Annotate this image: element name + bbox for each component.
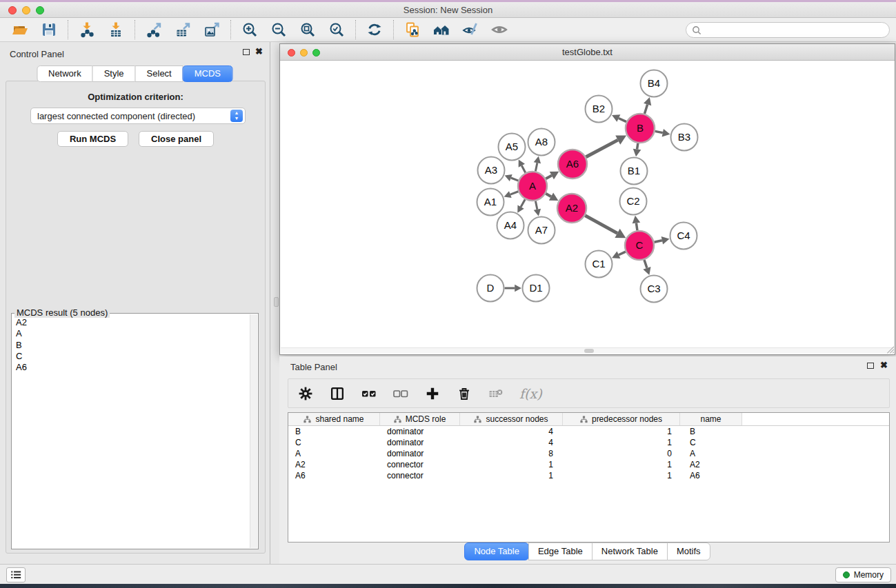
open-session-button[interactable]: [6, 18, 34, 41]
table-cell[interactable]: A2: [288, 459, 380, 470]
zoom-fit-button[interactable]: [293, 18, 322, 41]
table-cell[interactable]: 4: [460, 437, 563, 448]
graph-node-C1[interactable]: C1: [586, 251, 613, 278]
home-cybrowser-button[interactable]: [427, 18, 456, 41]
table-row[interactable]: A2connector11A2: [288, 459, 889, 470]
graph-node-C[interactable]: C: [625, 231, 654, 260]
unselect-all-button[interactable]: [392, 385, 409, 402]
memory-button[interactable]: Memory: [835, 567, 891, 582]
result-item[interactable]: A2: [13, 317, 249, 328]
graph-edge-B-B3[interactable]: [655, 131, 663, 132]
float-table-panel-icon[interactable]: [867, 363, 874, 369]
table-cell[interactable]: 1: [563, 437, 680, 448]
result-item[interactable]: A6: [13, 362, 249, 373]
graph-edge-A-A3[interactable]: [511, 178, 519, 181]
graph-node-B2[interactable]: B2: [586, 96, 613, 123]
zoom-selected-button[interactable]: [322, 18, 351, 41]
graph-edge-A-A1[interactable]: [510, 192, 519, 194]
graph-edge-B-B2[interactable]: [619, 118, 626, 121]
table-cell[interactable]: 1: [563, 426, 680, 437]
network-horizontal-scrollbar[interactable]: [281, 347, 894, 354]
graph-edge-A-A5[interactable]: [521, 165, 525, 172]
graph-edge-C-C2[interactable]: [636, 223, 637, 231]
delete-column-button[interactable]: [456, 385, 472, 402]
table-cell[interactable]: A6: [288, 470, 380, 481]
network-canvas[interactable]: B4B2BB3A8A5A6A3B1AA1C2A2A4A7C4CC1C3DD1: [280, 61, 895, 354]
graph-edge-A-A4[interactable]: [521, 199, 525, 207]
graph-node-A7[interactable]: A7: [528, 217, 555, 244]
search-field[interactable]: [686, 22, 890, 38]
window-resize-grip[interactable]: [884, 344, 894, 354]
table-cell[interactable]: connector: [380, 459, 460, 470]
table-cell[interactable]: A6: [680, 470, 742, 481]
graph-node-B1[interactable]: B1: [621, 158, 648, 185]
table-cell[interactable]: 1: [563, 470, 680, 481]
result-scrollbar[interactable]: [250, 314, 257, 548]
network-vertical-scrollbar-thumb[interactable]: [274, 297, 279, 307]
optimization-criterion-select[interactable]: largest connected component (directed) ▲…: [30, 108, 246, 124]
tab-mcds[interactable]: MCDS: [183, 65, 232, 82]
graph-edge-B-B1[interactable]: [637, 143, 638, 150]
close-table-panel-icon[interactable]: ✖: [880, 362, 888, 369]
search-input[interactable]: [706, 24, 889, 37]
tab-network-table[interactable]: Network Table: [592, 543, 668, 560]
export-image-button[interactable]: [197, 18, 226, 41]
close-panel-icon[interactable]: ✖: [255, 48, 263, 55]
close-panel-button[interactable]: Close panel: [139, 131, 214, 147]
zoom-out-button[interactable]: [264, 18, 293, 41]
task-history-button[interactable]: [6, 567, 26, 582]
show-columns-button[interactable]: [329, 385, 346, 402]
table-row[interactable]: Adominator80A: [288, 448, 889, 459]
graph-node-C2[interactable]: C2: [620, 188, 647, 215]
tab-select[interactable]: Select: [135, 65, 183, 82]
graph-node-A3[interactable]: A3: [478, 157, 505, 184]
export-table-button[interactable]: [168, 18, 197, 41]
table-cell[interactable]: B: [680, 426, 742, 437]
graph-edge-A-A6[interactable]: [546, 176, 552, 179]
table-cell[interactable]: 1: [460, 459, 563, 470]
apply-layout-button[interactable]: [360, 18, 389, 41]
table-cell[interactable]: C: [288, 437, 380, 448]
graph-edge-A6-B[interactable]: [586, 140, 617, 157]
graph-edge-C-C3[interactable]: [644, 260, 647, 268]
table-settings-button[interactable]: [297, 385, 314, 402]
select-all-button[interactable]: [361, 385, 377, 402]
tab-network[interactable]: Network: [37, 65, 93, 82]
graph-node-B3[interactable]: B3: [671, 124, 698, 151]
table-cell[interactable]: B: [288, 426, 380, 437]
result-item[interactable]: C: [13, 351, 249, 362]
graph-node-D1[interactable]: D1: [523, 275, 550, 302]
column-header-shared-name[interactable]: shared name: [288, 413, 380, 425]
table-cell[interactable]: A2: [680, 459, 742, 470]
network-window-titlebar[interactable]: testGlobe.txt: [280, 44, 895, 61]
graph-node-C4[interactable]: C4: [670, 223, 697, 250]
zoom-in-button[interactable]: [235, 18, 264, 41]
graph-node-A6[interactable]: A6: [558, 150, 587, 179]
graph-edge-C-C4[interactable]: [654, 241, 661, 242]
import-table-button[interactable]: [101, 18, 130, 41]
table-cell[interactable]: 4: [460, 426, 563, 437]
table-cell[interactable]: 1: [563, 459, 680, 470]
mcds-result-list[interactable]: A2ABCA6: [13, 317, 249, 547]
graph-edge-A2-C[interactable]: [585, 216, 617, 234]
tab-motifs[interactable]: Motifs: [667, 543, 710, 560]
result-item[interactable]: A: [13, 328, 249, 339]
tab-style[interactable]: Style: [92, 65, 136, 82]
import-network-button[interactable]: [72, 18, 101, 41]
graph-node-A4[interactable]: A4: [497, 212, 524, 239]
table-row[interactable]: A6connector11A6: [288, 470, 889, 481]
tab-edge-table[interactable]: Edge Table: [528, 543, 593, 560]
network-horizontal-scrollbar-thumb[interactable]: [584, 349, 594, 353]
column-header-successor-nodes[interactable]: successor nodes: [460, 413, 563, 425]
column-header-name[interactable]: name: [680, 413, 742, 425]
table-cell[interactable]: 8: [460, 448, 563, 459]
graph-edge-C-C1[interactable]: [619, 252, 626, 255]
table-cell[interactable]: connector: [380, 470, 460, 481]
result-item[interactable]: B: [13, 340, 249, 351]
export-network-button[interactable]: [139, 18, 168, 41]
table-cell[interactable]: A: [680, 448, 742, 459]
graph-node-A1[interactable]: A1: [477, 189, 504, 216]
table-cell[interactable]: 0: [563, 448, 680, 459]
graph-node-B4[interactable]: B4: [641, 70, 668, 97]
graph-edge-A-A2[interactable]: [546, 194, 551, 196]
